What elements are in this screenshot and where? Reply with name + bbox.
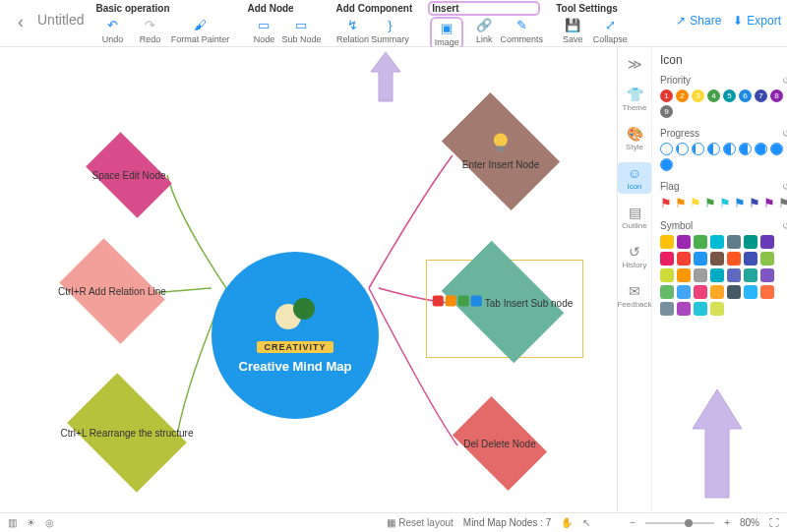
fullscreen-icon[interactable]: ⛶ [769, 517, 779, 528]
reset-layout-button[interactable]: ▦ Reset layout [387, 517, 453, 528]
progress-8[interactable] [660, 158, 673, 171]
node-tab[interactable]: Tab Insert Sub node [452, 266, 554, 337]
progress-4[interactable] [723, 143, 736, 155]
rail-feedback[interactable]: ✉Feedback [618, 280, 651, 312]
symbol-2[interactable] [694, 235, 707, 249]
image-button[interactable]: ▣Image [430, 17, 463, 50]
symbol-20[interactable] [760, 268, 774, 282]
priority-5[interactable]: 5 [723, 89, 736, 102]
node-space-edit[interactable]: Space Edit Node [92, 150, 165, 200]
save-button[interactable]: 💾Save [556, 17, 589, 44]
node-button[interactable]: ▭Node [247, 17, 280, 44]
symbol-6[interactable] [760, 235, 774, 249]
flag-6[interactable]: ⚑ [749, 196, 760, 210]
share-button[interactable]: ↗Share [676, 14, 721, 28]
rail-icon[interactable]: ☺Icon [618, 162, 651, 194]
symbol-18[interactable] [727, 268, 741, 282]
symbol-1[interactable] [677, 235, 691, 249]
symbol-16[interactable] [694, 268, 707, 282]
flag-8[interactable]: ⚑ [778, 196, 787, 210]
priority-reset[interactable]: ↺ [782, 75, 787, 86]
sb-sun-icon[interactable]: ☀ [27, 517, 35, 528]
progress-3[interactable] [707, 143, 720, 155]
back-button[interactable]: ‹ [10, 0, 31, 44]
symbol-30[interactable] [694, 302, 707, 316]
flag-3[interactable]: ⚑ [704, 196, 716, 210]
symbol-22[interactable] [677, 285, 691, 299]
symbol-5[interactable] [744, 235, 757, 249]
rail-history[interactable]: ↺History [618, 241, 651, 272]
flag-0[interactable]: ⚑ [660, 196, 672, 210]
flag-4[interactable]: ⚑ [719, 196, 731, 210]
hand-tool-icon[interactable]: ✋ [561, 517, 573, 528]
symbol-15[interactable] [677, 268, 691, 282]
symbol-24[interactable] [710, 285, 724, 299]
rail-collapse-panel[interactable]: ≫ [618, 53, 651, 76]
node-del[interactable]: Del Delete Node [460, 416, 539, 471]
flag-5[interactable]: ⚑ [734, 196, 746, 210]
symbol-21[interactable] [660, 285, 674, 299]
progress-7[interactable] [770, 143, 783, 155]
symbol-4[interactable] [727, 235, 741, 249]
summary-button[interactable]: }Summary [373, 17, 406, 44]
symbol-11[interactable] [727, 252, 741, 266]
symbol-25[interactable] [727, 285, 741, 299]
priority-9[interactable]: 9 [660, 105, 673, 118]
symbol-reset[interactable]: ↺ [782, 220, 787, 231]
comments-button[interactable]: ✎Comments [505, 17, 538, 50]
priority-7[interactable]: 7 [755, 89, 767, 102]
rail-style[interactable]: 🎨Style [618, 123, 651, 154]
undo-button[interactable]: ↶Undo [95, 17, 129, 44]
center-node[interactable]: CREATIVITY Creative Mind Map [212, 252, 379, 419]
rail-outline[interactable]: ▤Outline [618, 202, 651, 233]
priority-2[interactable]: 2 [676, 89, 689, 102]
symbol-8[interactable] [677, 252, 691, 266]
progress-2[interactable] [692, 143, 704, 155]
progress-0[interactable] [660, 143, 673, 155]
rail-theme[interactable]: 👕Theme [618, 84, 651, 115]
export-button[interactable]: ⬇Export [733, 14, 781, 28]
link-button[interactable]: 🔗Link [467, 17, 501, 50]
symbol-14[interactable] [660, 268, 674, 282]
node-ctrl-r[interactable]: Ctrl+R Add Relation Line [69, 260, 155, 323]
flag-7[interactable]: ⚑ [763, 196, 775, 210]
node-enter[interactable]: Enter Insert Node [452, 117, 550, 186]
symbol-28[interactable] [660, 302, 674, 316]
relation-button[interactable]: ↯Relation [335, 17, 369, 44]
flag-1[interactable]: ⚑ [675, 196, 687, 210]
progress-6[interactable] [755, 143, 767, 155]
symbol-9[interactable] [694, 252, 707, 266]
symbol-3[interactable] [710, 235, 724, 249]
symbol-12[interactable] [744, 252, 757, 266]
zoom-out-button[interactable]: − [630, 517, 636, 528]
cursor-tool-icon[interactable]: ↖ [582, 517, 590, 528]
canvas[interactable]: CREATIVITY Creative Mind Map Space Edit … [0, 47, 617, 512]
zoom-slider[interactable] [645, 522, 714, 524]
sb-layers-icon[interactable]: ▥ [8, 517, 17, 528]
symbol-23[interactable] [694, 285, 707, 299]
flag-reset[interactable]: ↺ [782, 181, 787, 192]
node-ctrl-l[interactable]: Ctrl+L Rearrange the structure [78, 397, 176, 468]
progress-1[interactable] [676, 143, 689, 155]
format-painter-button[interactable]: 🖌Format Painter [170, 17, 229, 44]
priority-3[interactable]: 3 [692, 89, 704, 102]
symbol-0[interactable] [660, 235, 674, 249]
symbol-26[interactable] [744, 285, 757, 299]
symbol-10[interactable] [710, 252, 724, 266]
priority-8[interactable]: 8 [770, 89, 783, 102]
priority-4[interactable]: 4 [707, 89, 720, 102]
sub-node-button[interactable]: ▭Sub Node [284, 17, 318, 44]
collapse-button[interactable]: ⤢Collapse [593, 17, 627, 44]
symbol-13[interactable] [760, 252, 774, 266]
priority-1[interactable]: 1 [660, 89, 673, 102]
symbol-17[interactable] [710, 268, 724, 282]
progress-reset[interactable]: ↺ [782, 128, 787, 139]
redo-button[interactable]: ↷Redo [133, 17, 166, 44]
symbol-19[interactable] [744, 268, 757, 282]
symbol-27[interactable] [760, 285, 774, 299]
flag-2[interactable]: ⚑ [690, 196, 701, 210]
symbol-7[interactable] [660, 252, 674, 266]
zoom-in-button[interactable]: + [724, 517, 730, 528]
symbol-29[interactable] [677, 302, 691, 316]
progress-5[interactable] [739, 143, 752, 155]
